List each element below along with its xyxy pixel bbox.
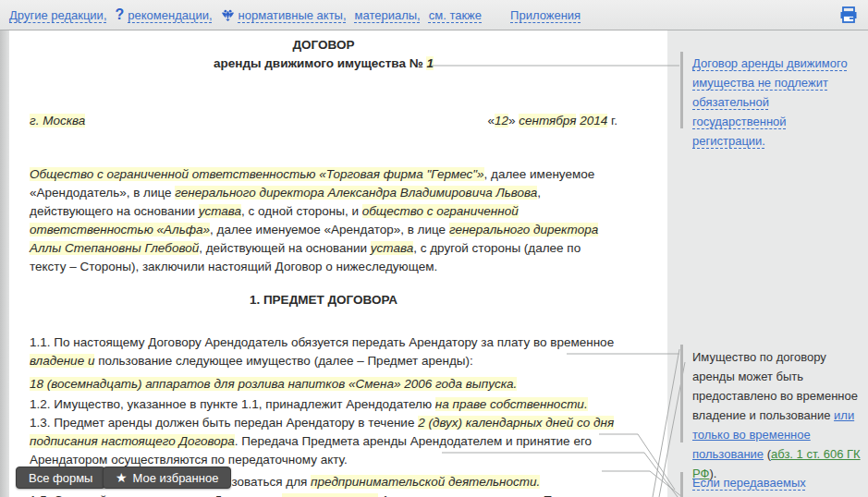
highlighted-text-run: устава: [199, 204, 241, 218]
document-page: ДОГОВОР аренды движимого имущества № 1 г…: [9, 30, 667, 497]
note-bar-3: [680, 472, 683, 497]
toolbar-link-materials[interactable]: материалы,: [355, 8, 421, 22]
favorites-button[interactable]: ★ Мое избранное: [103, 467, 231, 489]
note-bar-2: [680, 345, 683, 442]
toolbar-link-appendices[interactable]: Приложения: [510, 8, 581, 22]
clause-1-1: 1.1. По настоящему Договору Арендодатель…: [30, 333, 617, 370]
highlighted-text-run: 1: [426, 56, 434, 70]
highlighted-text-run: 2014: [580, 114, 607, 127]
toolbar-link-other-editions[interactable]: Другие редакции,: [9, 8, 107, 22]
all-forms-label: Все формы: [29, 471, 92, 485]
text-run: , далее именуемое «Арендатор», в лице: [210, 223, 449, 236]
inline-link[interactable]: Договор аренды движимого имущества не по…: [692, 56, 848, 148]
app-window: Другие редакции, ? рекомендации, но: [0, 0, 868, 497]
text-run: пользование следующее имущество (далее –…: [94, 354, 472, 368]
eagle-icon: [221, 8, 235, 22]
printer-icon[interactable]: [838, 6, 859, 24]
document-body: ДОГОВОР аренды движимого имущества № 1 г…: [9, 30, 667, 497]
preamble-paragraph: Общество с ограниченной ответственностью…: [30, 165, 617, 276]
text-run: , действующей на основании: [199, 241, 371, 255]
inline-link[interactable]: Если передаваемых: [692, 476, 806, 490]
document-title-line1: ДОГОВОР: [30, 36, 617, 55]
text-run: 1.5. Срок действия настоящего Договора –: [30, 493, 282, 497]
highlighted-text-run: генерального директора Александра Владим…: [175, 186, 537, 200]
text-run: 1.2. Имущество, указанное в пункте 1.1, …: [30, 397, 435, 411]
clause-1-5: 1.5. Срок действия настоящего Договора –…: [30, 491, 617, 497]
highlighted-text-run: 12: [495, 114, 508, 127]
section-heading: 1. ПРЕДМЕТ ДОГОВОРА: [30, 291, 617, 309]
text-run: «: [487, 114, 495, 127]
highlighted-text-run: 18 (восемнадцать) аппаратов для розлива …: [30, 377, 517, 391]
toolbar-group-recommendations[interactable]: ? рекомендации,: [116, 6, 213, 23]
toolbar-link-recommendations[interactable]: рекомендации,: [128, 8, 212, 22]
highlighted-text-run: устава: [371, 241, 413, 255]
place-field[interactable]: г. Москва: [30, 112, 85, 130]
highlighted-text-run: на праве собственности.: [435, 397, 588, 411]
highlighted-text-run: сентября: [519, 114, 576, 127]
date-field[interactable]: «12» сентября 2014 г.: [487, 112, 617, 130]
highlighted-text-run: предпринимательской деятельности.: [311, 475, 540, 489]
highlighted-text-run: Общество с ограниченной ответственностью…: [30, 167, 484, 181]
left-gutter: [0, 30, 9, 497]
highlighted-text-run: шесть месяцев.: [282, 493, 378, 497]
toolbar-link-normative-acts[interactable]: нормативные акты,: [238, 8, 347, 22]
toolbar-link-see-also[interactable]: см. также: [429, 8, 482, 22]
margin-note-if-transferred[interactable]: Если передаваемых: [692, 473, 862, 492]
text-run: 1.3. Предмет аренды должен быть передан …: [30, 416, 418, 430]
margin-note-registration[interactable]: Договор аренды движимого имущества не по…: [692, 54, 862, 151]
text-run: »: [508, 114, 519, 127]
leased-object-line[interactable]: 18 (восемнадцать) аппаратов для розлива …: [30, 375, 617, 394]
date-row: г. Москва «12» сентября 2014 г.: [30, 112, 617, 130]
note-bar-1: [680, 52, 683, 128]
text-run: (: [764, 447, 771, 461]
clause-1-2: 1.2. Имущество, указанное в пункте 1.1, …: [30, 395, 617, 414]
highlighted-text-run: владение и: [30, 354, 94, 368]
toolbar-group-normative-acts[interactable]: нормативные акты,: [221, 8, 347, 22]
text-run: г.: [607, 114, 617, 127]
text-run: аренды движимого имущества №: [214, 56, 426, 70]
document-title-line2: аренды движимого имущества № 1: [30, 55, 617, 73]
question-icon: ?: [116, 6, 125, 23]
star-icon: ★: [116, 471, 128, 484]
highlighted-text-run: г. Москва: [30, 114, 85, 127]
text-run: 1.1. По настоящему Договору Арендодатель…: [30, 335, 614, 349]
text-run: , с одной стороны, и: [241, 204, 362, 218]
all-forms-button[interactable]: Все формы: [16, 467, 105, 489]
top-toolbar: Другие редакции, ? рекомендации, но: [0, 0, 868, 30]
clause-1-3: 1.3. Предмет аренды должен быть передан …: [30, 414, 617, 469]
text-run: Арендатор должен вернуть Предмет: [378, 493, 594, 497]
favorites-label: Мое избранное: [133, 471, 219, 485]
margin-note-possession: Имущество по договору аренды может быть …: [692, 347, 862, 483]
